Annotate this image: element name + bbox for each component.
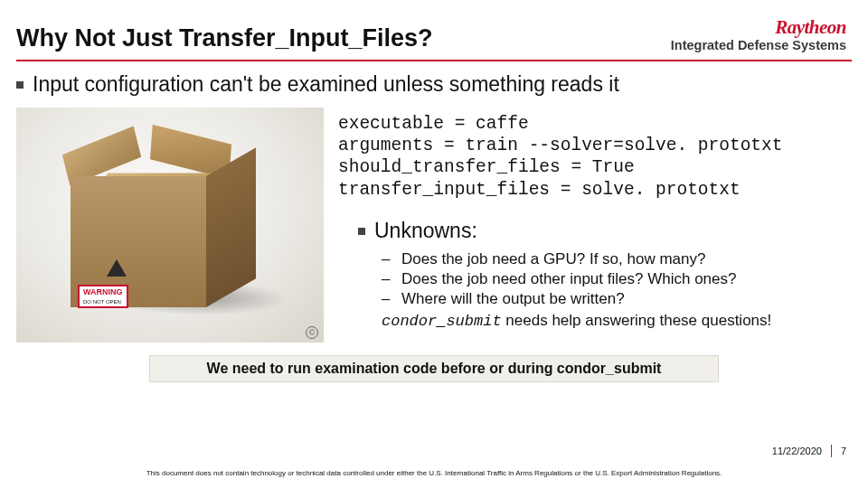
list-item-text: Does the job need other input files? Whi… [401,270,736,288]
export-disclaimer: This document does not contain technolog… [0,469,868,477]
bullet-1: Input configuration can't be examined un… [16,72,852,97]
logo-brand-text: Raytheon [775,18,846,37]
list-item-text: Does the job need a GPU? If so, how many… [401,250,705,268]
text-column: executable = caffe arguments = train --s… [338,108,852,343]
callout-box: We need to run examination code before o… [149,355,719,382]
warning-sticker: WARNING DO NOT OPEN [78,285,128,308]
logo-subtitle-text: Integrated Defense Systems [671,39,846,52]
footer-divider [831,445,832,457]
copyright-icon: © [306,326,318,339]
help-code-text: condor_submit [382,313,502,330]
slide-body: Input configuration can't be examined un… [0,61,868,382]
warning-box-illustration: WARNING DO NOT OPEN © [16,108,324,343]
box-front-face: WARNING DO NOT OPEN [71,176,206,307]
square-bullet-icon [16,81,24,89]
dash-bullet-icon: – [382,290,392,308]
bullet-1-text: Input configuration can't be examined un… [33,72,619,97]
brand-logo: Raytheon Integrated Defense Systems [671,18,846,52]
slide-footer: 11/22/2020 7 [772,445,846,457]
hazard-triangle-icon [107,259,127,277]
image-column: WARNING DO NOT OPEN © [16,108,324,343]
help-rest-text: needs help answering these questions! [502,312,772,329]
dash-bullet-icon: – [382,250,392,268]
warning-label-text: WARNING [83,287,123,296]
cardboard-box: WARNING DO NOT OPEN [71,144,206,189]
unknowns-heading-row: Unknowns: [358,219,852,243]
list-item: – Does the job need other input files? W… [382,270,852,288]
list-item-text: Where will the output be written? [401,290,625,308]
content-columns: WARNING DO NOT OPEN © executable = caffe… [16,108,852,343]
slide-header: Why Not Just Transfer_Input_Files? Rayth… [0,0,868,56]
help-line: condor_submit needs help answering these… [382,312,852,330]
unknowns-list: – Does the job need a GPU? If so, how ma… [382,250,852,308]
list-item: – Does the job need a GPU? If so, how ma… [382,250,852,268]
dash-bullet-icon: – [382,270,392,288]
list-item: – Where will the output be written? [382,290,852,308]
square-bullet-icon [358,228,365,235]
page-title: Why Not Just Transfer_Input_Files? [16,24,433,52]
warning-sub-text: DO NOT OPEN [83,299,121,305]
unknowns-heading: Unknowns: [374,219,477,243]
box-side-face [206,147,256,307]
footer-page-number: 7 [841,446,846,456]
code-snippet: executable = caffe arguments = train --s… [338,113,852,202]
footer-date: 11/22/2020 [772,446,822,456]
